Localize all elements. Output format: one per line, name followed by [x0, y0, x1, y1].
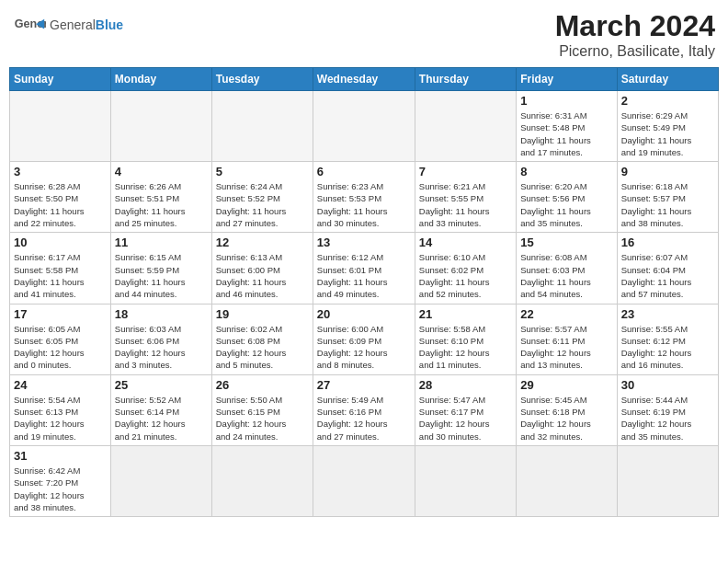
calendar-cell: 13Sunrise: 6:12 AM Sunset: 6:01 PM Dayli… — [313, 233, 415, 304]
calendar-cell: 12Sunrise: 6:13 AM Sunset: 6:00 PM Dayli… — [211, 233, 313, 304]
day-number: 9 — [621, 165, 714, 178]
calendar-cell: 20Sunrise: 6:00 AM Sunset: 6:09 PM Dayli… — [313, 304, 415, 374]
calendar-cell: 5Sunrise: 6:24 AM Sunset: 5:52 PM Daylig… — [211, 162, 313, 233]
calendar-cell — [110, 445, 211, 516]
day-info: Sunrise: 6:00 AM Sunset: 6:09 PM Dayligh… — [317, 323, 411, 372]
day-info: Sunrise: 6:12 AM Sunset: 6:01 PM Dayligh… — [317, 251, 411, 300]
day-number: 19 — [216, 307, 309, 321]
day-info: Sunrise: 6:23 AM Sunset: 5:53 PM Dayligh… — [317, 180, 411, 229]
day-info: Sunrise: 6:24 AM Sunset: 5:52 PM Dayligh… — [216, 180, 309, 229]
day-number: 20 — [317, 307, 411, 321]
header: General GeneralBlue March 2024 Picerno, … — [9, 9, 719, 60]
calendar-cell — [211, 445, 313, 516]
day-info: Sunrise: 6:05 AM Sunset: 6:05 PM Dayligh… — [14, 323, 107, 372]
day-info: Sunrise: 6:20 AM Sunset: 5:56 PM Dayligh… — [520, 180, 612, 229]
weekday-header-saturday: Saturday — [617, 68, 718, 91]
calendar-cell: 8Sunrise: 6:20 AM Sunset: 5:56 PM Daylig… — [517, 162, 617, 233]
day-number: 27 — [317, 378, 411, 392]
calendar-cell: 31Sunrise: 6:42 AM Sunset: 7:20 PM Dayli… — [10, 445, 111, 516]
day-info: Sunrise: 5:58 AM Sunset: 6:10 PM Dayligh… — [419, 323, 512, 372]
day-info: Sunrise: 5:49 AM Sunset: 6:16 PM Dayligh… — [317, 394, 411, 442]
month-title: March 2024 — [555, 9, 715, 43]
calendar-cell: 9Sunrise: 6:18 AM Sunset: 5:57 PM Daylig… — [617, 162, 718, 233]
day-number: 12 — [216, 236, 309, 249]
weekday-header-wednesday: Wednesday — [313, 68, 415, 91]
day-info: Sunrise: 6:31 AM Sunset: 5:48 PM Dayligh… — [520, 109, 612, 158]
day-info: Sunrise: 5:44 AM Sunset: 6:19 PM Dayligh… — [621, 394, 714, 442]
day-number: 13 — [317, 236, 411, 249]
day-number: 6 — [317, 165, 411, 178]
calendar-cell: 11Sunrise: 6:15 AM Sunset: 5:59 PM Dayli… — [110, 233, 211, 304]
calendar-cell — [10, 91, 111, 162]
calendar-cell: 18Sunrise: 6:03 AM Sunset: 6:06 PM Dayli… — [110, 304, 211, 374]
day-number: 5 — [216, 165, 309, 178]
calendar-cell: 23Sunrise: 5:55 AM Sunset: 6:12 PM Dayli… — [617, 304, 718, 374]
calendar-cell: 28Sunrise: 5:47 AM Sunset: 6:17 PM Dayli… — [415, 374, 516, 445]
calendar-cell: 25Sunrise: 5:52 AM Sunset: 6:14 PM Dayli… — [110, 374, 211, 445]
calendar-cell — [415, 445, 516, 516]
calendar-cell: 30Sunrise: 5:44 AM Sunset: 6:19 PM Dayli… — [617, 374, 718, 445]
day-number: 14 — [419, 236, 512, 249]
calendar-cell — [617, 445, 718, 516]
calendar-cell — [110, 91, 211, 162]
calendar-cell: 1Sunrise: 6:31 AM Sunset: 5:48 PM Daylig… — [517, 91, 617, 162]
day-info: Sunrise: 5:55 AM Sunset: 6:12 PM Dayligh… — [621, 323, 714, 372]
calendar-week-1: 1Sunrise: 6:31 AM Sunset: 5:48 PM Daylig… — [10, 91, 719, 162]
calendar-cell: 24Sunrise: 5:54 AM Sunset: 6:13 PM Dayli… — [10, 374, 111, 445]
day-number: 23 — [621, 307, 714, 321]
day-number: 2 — [621, 94, 714, 108]
day-number: 22 — [520, 307, 612, 321]
calendar-cell: 3Sunrise: 6:28 AM Sunset: 5:50 PM Daylig… — [10, 162, 111, 233]
weekday-header-friday: Friday — [517, 68, 617, 91]
weekday-header-row: SundayMondayTuesdayWednesdayThursdayFrid… — [10, 68, 719, 91]
day-info: Sunrise: 5:52 AM Sunset: 6:14 PM Dayligh… — [115, 394, 208, 442]
day-number: 31 — [14, 449, 107, 463]
day-number: 17 — [14, 307, 107, 321]
calendar-cell: 17Sunrise: 6:05 AM Sunset: 6:05 PM Dayli… — [10, 304, 111, 374]
calendar-cell: 27Sunrise: 5:49 AM Sunset: 6:16 PM Dayli… — [313, 374, 415, 445]
day-number: 18 — [115, 307, 208, 321]
calendar-cell: 15Sunrise: 6:08 AM Sunset: 6:03 PM Dayli… — [517, 233, 617, 304]
calendar-cell: 16Sunrise: 6:07 AM Sunset: 6:04 PM Dayli… — [617, 233, 718, 304]
day-info: Sunrise: 6:13 AM Sunset: 6:00 PM Dayligh… — [216, 251, 309, 300]
calendar-cell: 29Sunrise: 5:45 AM Sunset: 6:18 PM Dayli… — [517, 374, 617, 445]
day-number: 21 — [419, 307, 512, 321]
day-info: Sunrise: 6:07 AM Sunset: 6:04 PM Dayligh… — [621, 251, 714, 300]
day-info: Sunrise: 5:54 AM Sunset: 6:13 PM Dayligh… — [14, 394, 107, 442]
day-info: Sunrise: 5:45 AM Sunset: 6:18 PM Dayligh… — [520, 394, 612, 442]
weekday-header-tuesday: Tuesday — [211, 68, 313, 91]
title-area: March 2024 Picerno, Basilicate, Italy — [555, 9, 715, 60]
calendar-week-3: 10Sunrise: 6:17 AM Sunset: 5:58 PM Dayli… — [10, 233, 719, 304]
weekday-header-sunday: Sunday — [10, 68, 111, 91]
calendar-cell — [211, 91, 313, 162]
day-number: 7 — [419, 165, 512, 178]
calendar-table: SundayMondayTuesdayWednesdayThursdayFrid… — [9, 67, 719, 517]
day-number: 29 — [520, 378, 612, 392]
day-number: 24 — [14, 378, 107, 392]
calendar-cell: 26Sunrise: 5:50 AM Sunset: 6:15 PM Dayli… — [211, 374, 313, 445]
day-info: Sunrise: 6:02 AM Sunset: 6:08 PM Dayligh… — [216, 323, 309, 372]
weekday-header-thursday: Thursday — [415, 68, 516, 91]
day-number: 26 — [216, 378, 309, 392]
day-number: 8 — [520, 165, 612, 178]
day-info: Sunrise: 6:26 AM Sunset: 5:51 PM Dayligh… — [115, 180, 208, 229]
calendar-week-5: 24Sunrise: 5:54 AM Sunset: 6:13 PM Dayli… — [10, 374, 719, 445]
calendar-cell — [517, 445, 617, 516]
calendar-cell: 4Sunrise: 6:26 AM Sunset: 5:51 PM Daylig… — [110, 162, 211, 233]
day-number: 25 — [115, 378, 208, 392]
calendar-cell: 21Sunrise: 5:58 AM Sunset: 6:10 PM Dayli… — [415, 304, 516, 374]
day-info: Sunrise: 6:18 AM Sunset: 5:57 PM Dayligh… — [621, 180, 714, 229]
day-info: Sunrise: 6:15 AM Sunset: 5:59 PM Dayligh… — [115, 251, 208, 300]
calendar-cell: 10Sunrise: 6:17 AM Sunset: 5:58 PM Dayli… — [10, 233, 111, 304]
calendar-cell: 6Sunrise: 6:23 AM Sunset: 5:53 PM Daylig… — [313, 162, 415, 233]
location-title: Picerno, Basilicate, Italy — [555, 43, 715, 60]
day-number: 3 — [14, 165, 107, 178]
day-info: Sunrise: 5:57 AM Sunset: 6:11 PM Dayligh… — [520, 323, 612, 372]
day-number: 4 — [115, 165, 208, 178]
calendar-week-6: 31Sunrise: 6:42 AM Sunset: 7:20 PM Dayli… — [10, 445, 719, 516]
day-number: 15 — [520, 236, 612, 249]
logo-icon: General — [13, 9, 46, 42]
day-info: Sunrise: 5:47 AM Sunset: 6:17 PM Dayligh… — [419, 394, 512, 442]
day-info: Sunrise: 5:50 AM Sunset: 6:15 PM Dayligh… — [216, 394, 309, 442]
calendar-cell — [313, 445, 415, 516]
